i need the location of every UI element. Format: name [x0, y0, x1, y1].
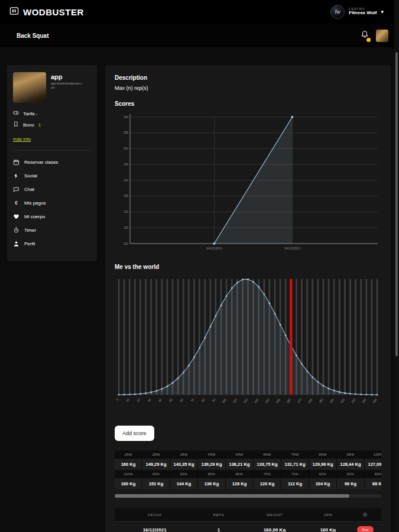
svg-text:14/12/2021: 14/12/2021 [206, 246, 223, 250]
pct-header-cell: 55% [365, 470, 381, 478]
svg-text:100: 100 [221, 398, 227, 404]
heart-icon [13, 213, 20, 220]
rm-header-cell: 6RM [254, 450, 281, 459]
rm-value-cell: 131,71 Kg [281, 459, 309, 470]
rm-header-cell: 5RM [226, 450, 254, 459]
sidebar-divider [13, 150, 91, 151]
rm-value-cell: 160 Kg [115, 459, 142, 470]
bono-value: 1 [38, 122, 41, 128]
svg-text:90: 90 [212, 398, 216, 403]
svg-text:220: 220 [351, 398, 356, 404]
svg-text:125: 125 [124, 226, 129, 229]
svg-text:180: 180 [307, 398, 313, 404]
rm-value-cell: 139,29 Kg [198, 459, 226, 470]
notification-badge [366, 38, 371, 42]
svg-text:240: 240 [372, 398, 378, 404]
rm-value-cell: 149,29 Kg [142, 459, 170, 470]
bell-icon [361, 30, 369, 38]
history-header-fecha: FECHA [115, 508, 194, 522]
rm-value-cell: 127,09 Kg [365, 459, 381, 470]
svg-text:135: 135 [124, 194, 129, 197]
sidebar-item-chat[interactable]: Chat [13, 183, 91, 196]
tarifa-label: Tarifa - [23, 111, 37, 116]
rm-table-wrap: 1RM2RM3RM4RM5RM6RM7RM8RM9RM10RM160 Kg149… [115, 450, 381, 489]
vertical-scrollbar-thumb[interactable] [395, 52, 398, 356]
pct-header-cell: 80% [226, 470, 254, 478]
history-weight: 160,00 Kg [242, 522, 306, 532]
sidebar-item-reservar-clases[interactable]: Reservar clases [13, 155, 91, 169]
rm-value-cell: 136,21 Kg [226, 459, 254, 470]
rm-table: 1RM2RM3RM4RM5RM6RM7RM8RM9RM10RM160 Kg149… [115, 450, 381, 489]
svg-text:110: 110 [232, 398, 238, 404]
svg-text:60: 60 [179, 398, 184, 403]
main-panel: Description Max (n) rep(s) Scores 120125… [105, 65, 391, 532]
pct-value-cell: 136 Kg [198, 478, 226, 489]
sidebar-item-label: Reservar clases [24, 160, 58, 165]
sidebar-item-label: Mi cuerpo [24, 214, 45, 219]
pct-value-cell: 88 Kg [365, 478, 381, 489]
table-row: 16/12/20211160,00 Kg160 KgSup [115, 522, 381, 532]
history-header-row: FECHAREPSWEIGHT1RM [115, 508, 381, 522]
history-fecha: 16/12/2021 [115, 522, 194, 532]
svg-text:20: 20 [136, 398, 141, 403]
svg-text:150: 150 [275, 398, 281, 404]
gear-icon [362, 512, 368, 517]
notifications-button[interactable] [361, 30, 369, 41]
rm-header-cell: 10RM [365, 450, 381, 459]
history-header-reps: REPS [194, 508, 242, 522]
history-header-settings [349, 508, 381, 522]
sidebar-item-timer[interactable]: Timer [13, 223, 91, 237]
sidebar-menu: Reservar clasesSocialChat€Mis pagosMi cu… [13, 155, 91, 251]
wodbuster-logo[interactable]: WODBUSTER [9, 7, 84, 18]
bono-label: Bono [23, 122, 34, 128]
horizontal-scrollbar-thumb[interactable] [115, 494, 349, 498]
rm-value-cell: 129,96 Kg [309, 459, 337, 470]
svg-text:70: 70 [190, 398, 194, 403]
svg-text:30: 30 [147, 398, 151, 403]
sidebar-item-mis-pagos[interactable]: €Mis pagos [13, 196, 91, 210]
svg-text:16/12/2021: 16/12/2021 [284, 246, 301, 250]
rm-header-cell: 1RM [115, 450, 142, 459]
sidebar-item-mi-cuerpo[interactable]: Mi cuerpo [13, 210, 91, 223]
svg-text:10: 10 [125, 398, 130, 403]
pct-value-cell: 96 Kg [337, 478, 365, 489]
sidebar-item-label: Mis pagos [24, 200, 46, 206]
delete-score-button[interactable]: Sup [357, 526, 374, 532]
rm-value-cell: 143,35 Kg [170, 459, 198, 470]
sidebar-item-label: Timer [24, 228, 36, 233]
user-avatar[interactable] [376, 30, 388, 42]
svg-text:120: 120 [124, 242, 129, 245]
app-name: app [51, 73, 83, 80]
app-domain: app.thebestwodbuster.com [51, 82, 83, 89]
rm-header-cell: 3RM [170, 450, 198, 459]
center-name: Fitness Wolf [349, 11, 377, 16]
rm-header-cell: 4RM [198, 450, 226, 459]
vertical-scrollbar[interactable] [394, 0, 399, 532]
pct-value-cell: 104 Kg [309, 478, 337, 489]
description-text: Max (n) rep(s) [115, 85, 381, 91]
svg-text:190: 190 [318, 398, 324, 404]
rm-header-cell: 8RM [309, 450, 337, 459]
svg-text:0: 0 [115, 398, 119, 401]
sidebar: app app.thebestwodbuster.com Tarifa - Bo… [7, 65, 97, 261]
sidebar-item-social[interactable]: Social [13, 169, 91, 183]
pct-header-cell: 100% [115, 470, 142, 478]
center-selector[interactable]: fw CENTRO Fitness Wolf ▾ [330, 5, 384, 19]
pct-value-cell: 144 Kg [170, 478, 198, 489]
svg-text:160: 160 [286, 398, 291, 404]
pct-value-cell: 152 Kg [142, 478, 170, 489]
bookmark-icon [13, 121, 19, 127]
center-logo: fw [330, 5, 345, 19]
tarifa-row: Tarifa - [13, 110, 91, 117]
more-info-link[interactable]: más info [13, 137, 31, 142]
pct-value-cell: 128 Kg [226, 478, 254, 489]
svg-text:230: 230 [361, 398, 367, 404]
horizontal-scrollbar[interactable] [115, 494, 381, 498]
history-1rm: 160 Kg [307, 522, 349, 532]
sidebar-item-perfil[interactable]: Perfil [13, 237, 91, 251]
gym-photo [13, 72, 46, 103]
rm-header-cell: 7RM [281, 450, 309, 459]
svg-text:€: € [15, 200, 18, 206]
add-score-button[interactable]: Add score [115, 426, 154, 441]
pct-header-cell: 95% [142, 470, 170, 478]
